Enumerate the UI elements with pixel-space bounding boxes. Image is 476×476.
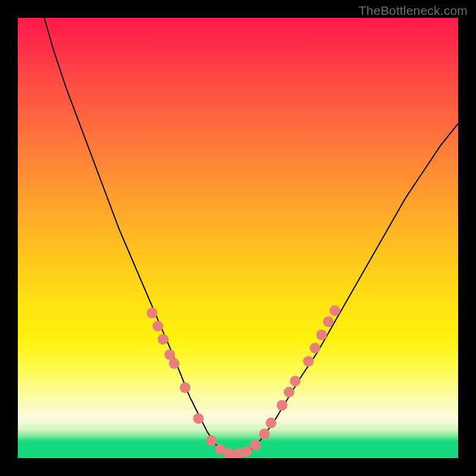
curve-layer bbox=[18, 18, 458, 458]
data-marker bbox=[242, 446, 252, 457]
data-marker bbox=[250, 440, 261, 450]
data-marker bbox=[266, 418, 277, 428]
data-marker bbox=[152, 321, 163, 331]
data-marker bbox=[310, 343, 321, 353]
data-marker bbox=[330, 305, 340, 316]
data-marker bbox=[147, 308, 158, 318]
data-marker bbox=[259, 428, 270, 439]
data-marker bbox=[303, 356, 314, 367]
data-marker bbox=[277, 400, 287, 411]
chart-frame: TheBottleneck.com bbox=[0, 0, 476, 476]
data-marker bbox=[290, 376, 300, 387]
watermark-text: TheBottleneck.com bbox=[359, 4, 468, 18]
data-marker bbox=[158, 334, 168, 345]
data-marker bbox=[180, 383, 190, 393]
bottleneck-curve bbox=[44, 18, 458, 454]
data-marker bbox=[317, 330, 327, 340]
data-marker bbox=[323, 317, 334, 327]
data-marker bbox=[169, 358, 180, 369]
plot-area bbox=[18, 18, 458, 458]
data-marker bbox=[193, 413, 203, 424]
data-marker bbox=[284, 387, 295, 397]
data-marker bbox=[206, 435, 217, 446]
